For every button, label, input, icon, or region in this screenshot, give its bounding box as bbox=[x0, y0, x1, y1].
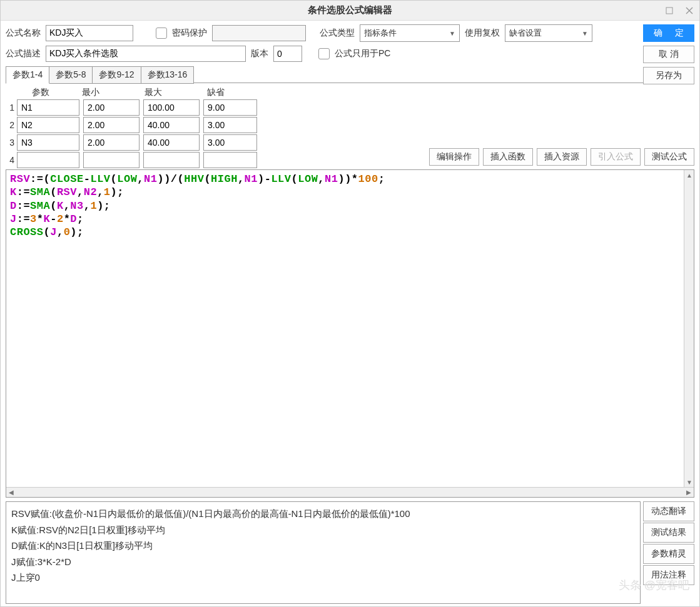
window-title: 条件选股公式编辑器 bbox=[308, 4, 392, 16]
scroll-right-icon[interactable]: ▶ bbox=[684, 488, 694, 498]
formula-type-select[interactable]: 指标条件 ▼ bbox=[360, 24, 460, 42]
test-formula-button[interactable]: 测试公式 bbox=[644, 148, 694, 166]
param-index: 1 bbox=[6, 103, 17, 113]
cancel-button[interactable]: 取 消 bbox=[643, 46, 694, 63]
param-name-input[interactable] bbox=[17, 117, 79, 133]
translation-line: J上穿0 bbox=[11, 569, 635, 586]
password-input[interactable] bbox=[212, 25, 306, 41]
param-tabs: 参数1-4 参数5-8 参数9-12 参数13-16 bbox=[6, 66, 643, 83]
formula-name-label: 公式名称 bbox=[6, 28, 41, 39]
password-protect-label: 密码保护 bbox=[172, 28, 207, 39]
param-index: 3 bbox=[6, 138, 17, 148]
scroll-down-icon[interactable]: ▼ bbox=[684, 477, 694, 487]
code-editor[interactable]: RSV:=(CLOSE-LLV(LOW,N1))/(HHV(HIGH,N1)-L… bbox=[6, 169, 694, 498]
horizontal-scrollbar[interactable]: ◀ ▶ bbox=[6, 487, 694, 497]
param-header-min: 最小 bbox=[82, 87, 145, 98]
version-label: 版本 bbox=[251, 48, 268, 59]
tab-params-5-8[interactable]: 参数5-8 bbox=[49, 66, 93, 84]
param-header-default: 缺省 bbox=[207, 87, 263, 98]
param-row: 1 bbox=[6, 99, 643, 116]
tab-params-1-4[interactable]: 参数1-4 bbox=[6, 66, 49, 84]
scroll-up-icon[interactable]: ▲ bbox=[684, 170, 694, 180]
version-input[interactable] bbox=[273, 46, 302, 62]
param-name-input[interactable] bbox=[17, 99, 79, 116]
formula-name-input[interactable] bbox=[46, 25, 133, 41]
pc-only-label: 公式只用于PC bbox=[335, 48, 390, 59]
vertical-scrollbar[interactable]: ▲ ▼ bbox=[684, 170, 694, 487]
titlebar: 条件选股公式编辑器 bbox=[1, 1, 699, 21]
scroll-left-icon[interactable]: ◀ bbox=[6, 488, 16, 498]
use-adjust-label: 使用复权 bbox=[465, 28, 500, 39]
formula-desc-label: 公式描述 bbox=[6, 48, 41, 59]
param-default-input[interactable] bbox=[203, 99, 257, 116]
translation-line: K赋值:RSV的N2日[1日权重]移动平均 bbox=[11, 522, 635, 538]
translation-line: D赋值:K的N3日[1日权重]移动平均 bbox=[11, 538, 635, 554]
usage-note-button[interactable]: 用法注释 bbox=[643, 565, 694, 585]
svg-rect-0 bbox=[666, 8, 672, 14]
param-max-input[interactable] bbox=[143, 99, 200, 116]
formula-editor-window: 条件选股公式编辑器 公式名称 密码保护 公式类型 指标条件 bbox=[0, 0, 700, 607]
translation-line: RSV赋值:(收盘价-N1日内最低价的最低值)/(N1日内最高价的最高值-N1日… bbox=[11, 506, 635, 522]
tab-params-9-12[interactable]: 参数9-12 bbox=[92, 66, 141, 84]
tab-params-13-16[interactable]: 参数13-16 bbox=[141, 66, 195, 84]
dynamic-translate-button[interactable]: 动态翻译 bbox=[643, 501, 694, 521]
chevron-down-icon: ▼ bbox=[582, 30, 588, 37]
param-row: 2 bbox=[6, 117, 643, 133]
insert-function-button[interactable]: 插入函数 bbox=[483, 148, 533, 166]
param-max-input[interactable] bbox=[143, 117, 200, 133]
pc-only-checkbox[interactable] bbox=[318, 48, 330, 59]
close-button[interactable] bbox=[679, 1, 699, 21]
formula-type-value: 指标条件 bbox=[364, 28, 397, 39]
ok-button[interactable]: 确 定 bbox=[643, 24, 694, 42]
test-result-button[interactable]: 测试结果 bbox=[643, 523, 694, 543]
param-wizard-button[interactable]: 参数精灵 bbox=[643, 544, 694, 564]
edit-operation-button[interactable]: 编辑操作 bbox=[429, 148, 479, 166]
param-index: 2 bbox=[6, 120, 17, 130]
param-min-input[interactable] bbox=[83, 99, 139, 116]
param-header-name: 参数 bbox=[19, 87, 82, 98]
param-default-input[interactable] bbox=[203, 117, 257, 133]
translation-panel: RSV赋值:(收盘价-N1日内最低价的最低值)/(N1日内最高价的最高值-N1日… bbox=[6, 501, 641, 604]
param-min-input[interactable] bbox=[83, 117, 139, 133]
minimize-button[interactable] bbox=[659, 1, 679, 21]
formula-desc-input[interactable] bbox=[46, 46, 246, 62]
save-as-button[interactable]: 另存为 bbox=[643, 67, 694, 84]
password-protect-checkbox[interactable] bbox=[156, 28, 167, 39]
param-header-max: 最大 bbox=[145, 87, 207, 98]
chevron-down-icon: ▼ bbox=[449, 30, 455, 37]
import-formula-button[interactable]: 引入公式 bbox=[591, 148, 641, 166]
translation-line: J赋值:3*K-2*D bbox=[11, 554, 635, 570]
use-adjust-value: 缺省设置 bbox=[509, 28, 542, 39]
formula-type-label: 公式类型 bbox=[320, 28, 355, 39]
insert-resource-button[interactable]: 插入资源 bbox=[537, 148, 587, 166]
use-adjust-select[interactable]: 缺省设置 ▼ bbox=[505, 24, 592, 42]
